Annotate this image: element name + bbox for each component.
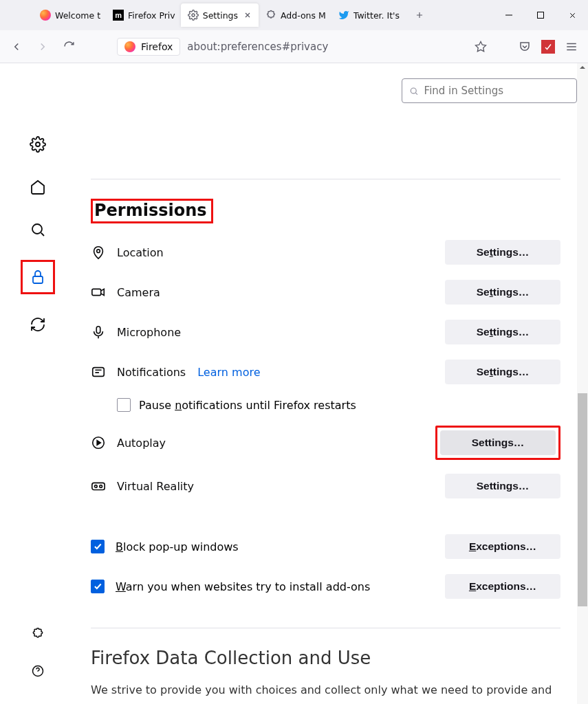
block-popups-row: Block pop-up windows Exceptions… [91, 533, 560, 560]
svg-point-2 [36, 142, 40, 146]
vr-settings-button[interactable]: Settings… [445, 474, 560, 498]
warn-addons-checkbox[interactable] [91, 580, 105, 593]
bookmark-star-icon[interactable] [470, 36, 492, 58]
tab-label: Welcome t [55, 10, 100, 21]
find-in-settings[interactable] [402, 78, 577, 103]
browser-tab-strip: Welcome t m Firefox Priv Settings Add-on… [0, 0, 588, 30]
perm-row-autoplay: Autoplay Settings… [91, 426, 560, 460]
permissions-heading: Permissions [94, 201, 207, 220]
location-icon [91, 245, 106, 260]
svg-point-6 [411, 87, 416, 93]
puzzle-icon [265, 10, 276, 21]
perm-label: Location [117, 246, 434, 259]
perm-row-microphone: Microphone Settings… [91, 318, 560, 346]
category-general[interactable] [25, 132, 50, 157]
location-settings-button[interactable]: Settings… [445, 240, 560, 265]
tab-twitter[interactable]: Twitter. It's [331, 3, 405, 27]
highlight-permissions-title: Permissions [91, 199, 213, 223]
identity-box[interactable]: Firefox [117, 38, 180, 56]
extension-icon[interactable] [541, 40, 555, 54]
warn-addons-label: Warn you when websites try to install ad… [116, 580, 434, 593]
gear-icon [188, 10, 199, 21]
main-pane: Permissions Location Settings… Camera Se… [76, 63, 588, 704]
popup-exceptions-button[interactable]: Exceptions… [445, 534, 560, 559]
category-sync[interactable] [25, 312, 50, 337]
notifications-learn-more-link[interactable]: Learn more [197, 366, 260, 379]
svg-rect-8 [92, 289, 101, 295]
help-link[interactable] [25, 659, 50, 683]
svg-point-3 [32, 224, 42, 234]
tab-label: Twitter. It's [353, 10, 400, 21]
perm-row-notifications: Notifications Learn more Settings… [91, 358, 560, 386]
window-controls [493, 0, 588, 30]
svg-rect-1 [538, 12, 544, 19]
firefox-icon [40, 10, 51, 21]
svg-rect-4 [33, 276, 43, 283]
perm-label: Camera [117, 286, 434, 299]
app-menu-button[interactable] [560, 36, 582, 58]
maximize-button[interactable] [525, 0, 556, 30]
camera-settings-button[interactable]: Settings… [445, 280, 560, 305]
close-window-button[interactable] [556, 0, 588, 30]
highlight-autoplay-button: Settings… [435, 426, 560, 460]
perm-row-camera: Camera Settings… [91, 278, 560, 306]
tab-label: Settings [203, 10, 238, 21]
identity-label: Firefox [141, 41, 173, 52]
category-home[interactable] [25, 175, 50, 199]
tab-firefox-privacy[interactable]: m Firefox Priv [106, 3, 181, 27]
scrollbar-thumb[interactable] [578, 393, 587, 606]
browser-toolbar: Firefox about:preferences#privacy [0, 30, 588, 63]
divider [91, 179, 560, 179]
warn-addons-row: Warn you when websites try to install ad… [91, 573, 560, 600]
vr-icon [91, 478, 106, 494]
divider [91, 628, 560, 628]
pause-notifications-label: Pause notifications until Firefox restar… [139, 399, 356, 412]
tab-label: Firefox Priv [128, 10, 175, 21]
close-tab-icon[interactable] [242, 10, 253, 21]
data-collection-heading: Firefox Data Collection and Use [91, 648, 560, 668]
data-collection-description: We strive to provide you with choices an… [91, 681, 560, 704]
pause-notifications-checkbox[interactable] [117, 398, 131, 412]
notifications-icon [91, 364, 106, 380]
addon-exceptions-button[interactable]: Exceptions… [445, 574, 560, 599]
category-privacy[interactable] [25, 265, 50, 289]
vertical-scrollbar[interactable] [577, 63, 588, 704]
twitter-icon [338, 10, 349, 21]
svg-point-14 [100, 485, 102, 488]
autoplay-icon [91, 435, 106, 450]
url-bar[interactable]: Firefox about:preferences#privacy [110, 34, 499, 59]
pocket-button[interactable] [514, 36, 536, 58]
perm-label: Autoplay [117, 437, 424, 450]
perm-row-location: Location Settings… [91, 239, 560, 266]
data-collection-section: Firefox Data Collection and Use We striv… [76, 628, 560, 704]
svg-point-7 [97, 250, 100, 253]
tab-settings[interactable]: Settings [181, 3, 259, 27]
permissions-section: Permissions Location Settings… Camera Se… [76, 63, 560, 600]
svg-rect-10 [93, 368, 105, 377]
perm-label: Virtual Reality [117, 480, 434, 493]
reload-button[interactable] [58, 36, 80, 58]
notifications-settings-button[interactable]: Settings… [445, 360, 560, 384]
block-popups-checkbox[interactable] [91, 540, 105, 553]
new-tab-button[interactable] [408, 3, 431, 27]
perm-label: Notifications Learn more [117, 366, 434, 379]
tab-label: Add-ons M [281, 10, 326, 21]
svg-rect-12 [92, 483, 105, 490]
tab-welcome[interactable]: Welcome t [33, 3, 106, 27]
svg-point-13 [95, 485, 98, 488]
forward-button[interactable] [32, 36, 54, 58]
minimize-button[interactable] [493, 0, 525, 30]
microphone-settings-button[interactable]: Settings… [445, 320, 560, 344]
extensions-link[interactable] [25, 622, 50, 646]
preferences-content: Permissions Location Settings… Camera Se… [0, 63, 588, 704]
category-rail [0, 63, 76, 704]
autoplay-settings-button[interactable]: Settings… [440, 430, 556, 455]
firefox-icon [124, 41, 135, 52]
microphone-icon [91, 324, 106, 340]
category-search[interactable] [25, 217, 50, 242]
back-button[interactable] [6, 36, 28, 58]
highlight-privacy-category [21, 260, 55, 294]
camera-icon [91, 285, 106, 300]
tab-addons[interactable]: Add-ons M [259, 3, 331, 27]
find-in-settings-input[interactable] [424, 85, 569, 97]
